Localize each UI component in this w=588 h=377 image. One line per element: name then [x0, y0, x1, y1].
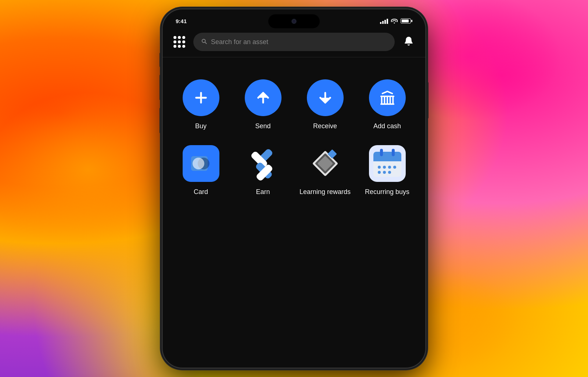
phone-frame: 9:41 [162, 8, 426, 369]
send-icon [245, 79, 282, 116]
status-time: 9:41 [176, 18, 198, 24]
volume-down-button [159, 108, 161, 133]
status-indicators [380, 18, 412, 24]
phone-screen: 9:41 [162, 8, 426, 369]
svg-point-20 [378, 171, 381, 174]
search-placeholder-text: Search for an asset [211, 38, 268, 46]
grid-dot [178, 40, 181, 43]
send-label: Send [255, 122, 270, 130]
battery-tip [411, 20, 412, 22]
action-add-cash[interactable]: Add cash [356, 72, 418, 138]
svg-point-22 [388, 171, 391, 174]
wifi-dot [394, 22, 395, 24]
grid-dot [182, 40, 185, 43]
signal-bar-4 [387, 19, 388, 24]
bell-icon [404, 36, 413, 47]
buy-icon [183, 79, 219, 116]
actions-grid: Buy Send Receive [162, 57, 426, 219]
svg-point-19 [393, 166, 396, 169]
battery-fill [402, 19, 409, 22]
card-label: Card [194, 188, 208, 196]
earn-label: Earn [256, 188, 270, 196]
camera-dot [292, 19, 296, 24]
grid-dot [173, 36, 176, 39]
add-cash-label: Add cash [373, 122, 401, 130]
grid-dot [182, 45, 185, 48]
svg-rect-13 [373, 156, 401, 161]
battery-body [401, 18, 411, 24]
add-cash-icon [369, 79, 406, 116]
svg-point-2 [193, 158, 204, 169]
grid-dot [178, 45, 181, 48]
action-recurring-buys[interactable]: Recurring buys [356, 138, 418, 204]
silent-button [159, 53, 161, 67]
action-card[interactable]: Card [170, 138, 232, 204]
battery-icon [401, 18, 412, 24]
signal-bar-3 [384, 20, 386, 24]
action-learning-rewards[interactable]: Learning rewards [294, 138, 356, 204]
notification-button[interactable] [401, 34, 417, 50]
action-buy[interactable]: Buy [170, 72, 232, 138]
buy-label: Buy [195, 122, 207, 130]
wifi-arc-medium [392, 20, 397, 22]
grid-dot [182, 36, 185, 39]
signal-bar-2 [382, 21, 384, 24]
grid-dot [173, 40, 176, 43]
svg-point-21 [383, 171, 386, 174]
grid-dot [173, 45, 176, 48]
svg-rect-14 [380, 149, 383, 156]
earn-icon [245, 145, 282, 182]
wifi-icon [391, 18, 398, 24]
grid-icon [173, 36, 185, 48]
svg-point-16 [378, 166, 381, 169]
svg-point-18 [388, 166, 391, 169]
grid-dot [178, 36, 181, 39]
signal-bar-1 [380, 22, 381, 24]
search-icon [201, 38, 207, 46]
power-button [427, 82, 429, 119]
app-header: Search for an asset [162, 30, 426, 57]
svg-point-17 [383, 166, 386, 169]
receive-label: Receive [313, 122, 337, 130]
dynamic-island [268, 14, 320, 28]
search-bar[interactable]: Search for an asset [193, 33, 395, 51]
action-receive[interactable]: Receive [294, 72, 356, 138]
volume-up-button [159, 75, 161, 100]
action-earn[interactable]: Earn [232, 138, 294, 204]
menu-button[interactable] [171, 34, 187, 50]
receive-icon [307, 79, 344, 116]
recurring-buys-icon [369, 145, 406, 182]
learning-rewards-icon [307, 145, 344, 182]
svg-rect-15 [392, 149, 395, 156]
action-send[interactable]: Send [232, 72, 294, 138]
signal-icon [380, 18, 388, 24]
learning-rewards-label: Learning rewards [300, 188, 351, 196]
recurring-buys-label: Recurring buys [365, 188, 409, 196]
card-icon [183, 145, 219, 182]
